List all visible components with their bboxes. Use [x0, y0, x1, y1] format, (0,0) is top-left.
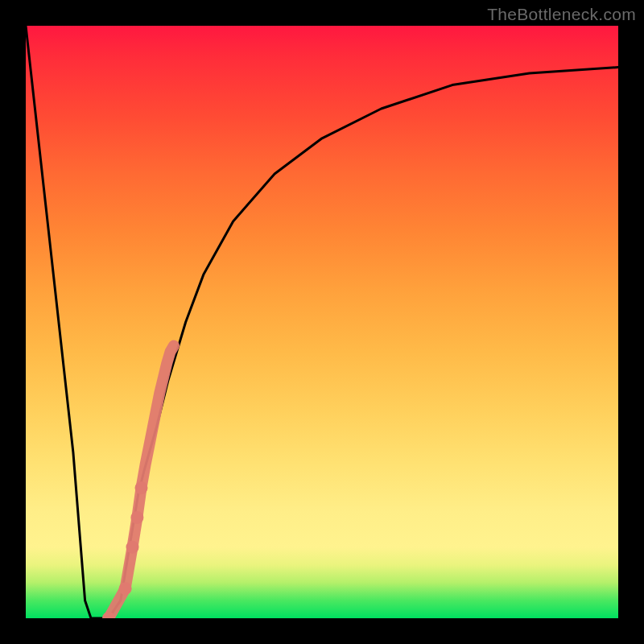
gpu-dot	[135, 481, 148, 494]
gpu-dot	[119, 582, 132, 595]
gpu-dot	[130, 511, 143, 524]
gpu-dot	[126, 541, 139, 554]
bottleneck-curve	[26, 26, 618, 618]
chart-frame: TheBottleneck.com	[0, 0, 644, 644]
plot-area	[26, 26, 618, 618]
gpu-dots	[102, 345, 174, 618]
chart-svg	[26, 26, 618, 618]
watermark-text: TheBottleneck.com	[487, 5, 636, 24]
